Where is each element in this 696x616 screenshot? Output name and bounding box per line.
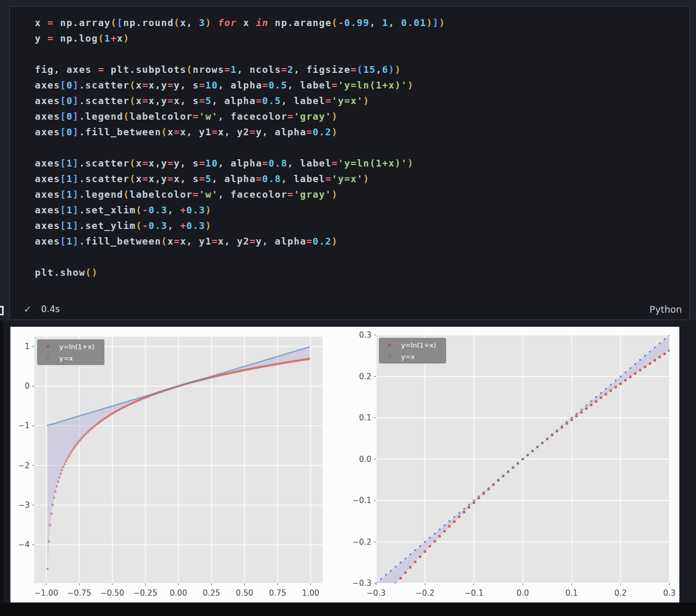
svg-text:0.0: 0.0 [517, 588, 529, 598]
code-line: axes[0].scatter(x=x,y=y, s=10, alpha=0.5… [35, 78, 689, 93]
svg-text:−0.1: −0.1 [353, 496, 371, 505]
matplotlib-figure: −1.00−0.75−0.50−0.250.000.250.500.751.00… [10, 327, 679, 602]
subplot-0: −1.00−0.75−0.50−0.250.000.250.500.751.00… [18, 337, 323, 598]
notebook-code-cell: x = np.array([np.round(x, 3) for x in np… [9, 6, 690, 320]
svg-text:y=ln(1+x): y=ln(1+x) [401, 341, 436, 349]
code-line [35, 46, 689, 62]
code-line: y = np.log(1+x) [35, 31, 689, 46]
cell-output-area: −1.00−0.75−0.50−0.250.000.250.500.751.00… [0, 320, 696, 616]
scatter-plots-svg: −1.00−0.75−0.50−0.250.000.250.500.751.00… [10, 327, 679, 602]
svg-text:0.3: 0.3 [359, 330, 371, 340]
svg-text:−0.3: −0.3 [353, 579, 371, 588]
svg-text:0.25: 0.25 [203, 588, 220, 598]
code-editor[interactable]: x = np.array([np.round(x, 3) for x in np… [10, 15, 689, 280]
cell-status-bar: ✓ 0.4s Python [10, 299, 689, 319]
svg-text:0.00: 0.00 [170, 588, 187, 598]
svg-text:0.0: 0.0 [359, 455, 371, 464]
svg-text:0.3: 0.3 [663, 588, 676, 598]
code-line [35, 140, 689, 156]
svg-text:0.2: 0.2 [359, 372, 371, 381]
svg-text:0.1: 0.1 [565, 588, 578, 598]
code-line: axes[0].fill_between(x=x, y1=x, y2=y, al… [35, 124, 689, 140]
svg-text:0.2: 0.2 [614, 588, 627, 598]
cell-gutter-fragment [0, 306, 4, 315]
execution-time: 0.4s [41, 304, 60, 314]
svg-text:−2: −2 [18, 461, 30, 470]
code-line [35, 249, 689, 265]
svg-text:−0.2: −0.2 [416, 588, 434, 598]
svg-text:y=x: y=x [401, 353, 415, 361]
svg-text:−1: −1 [18, 421, 30, 430]
code-line: axes[1].scatter(x=x,y=x, s=5, alpha=0.8,… [35, 171, 689, 187]
svg-text:1.00: 1.00 [302, 588, 319, 598]
code-line: axes[0].scatter(x=x,y=x, s=5, alpha=0.5,… [35, 93, 689, 109]
window-bottom-strip [0, 602, 696, 616]
svg-text:y=ln(1+x): y=ln(1+x) [59, 343, 94, 351]
svg-text:−0.75: −0.75 [67, 588, 91, 598]
code-line: plt.show() [35, 265, 689, 280]
svg-text:−4: −4 [18, 540, 30, 549]
svg-text:0.75: 0.75 [269, 588, 286, 598]
code-line: axes[1].set_xlim(-0.3, +0.3) [35, 202, 689, 218]
svg-text:0: 0 [24, 381, 30, 391]
svg-text:0.50: 0.50 [236, 588, 253, 598]
code-line: axes[0].legend(labelcolor='w', facecolor… [35, 109, 689, 124]
svg-text:0.1: 0.1 [359, 413, 371, 422]
svg-text:−1.00: −1.00 [34, 588, 58, 598]
notebook-page: x = np.array([np.round(x, 3) for x in np… [0, 0, 696, 616]
success-check-icon: ✓ [23, 303, 32, 315]
svg-text:1: 1 [24, 342, 30, 351]
code-line: axes[1].legend(labelcolor='w', facecolor… [35, 187, 689, 202]
svg-text:−0.50: −0.50 [100, 588, 124, 598]
svg-text:−3: −3 [18, 500, 30, 510]
code-line: axes[1].fill_between(x=x, y1=x, y2=y, al… [35, 234, 689, 249]
svg-text:−0.2: −0.2 [353, 537, 371, 547]
code-line: fig, axes = plt.subplots(nrows=1, ncols=… [35, 62, 689, 78]
svg-text:y=x: y=x [59, 354, 73, 362]
svg-text:−0.3: −0.3 [367, 588, 385, 598]
language-selector[interactable]: Python [650, 304, 682, 315]
code-line: x = np.array([np.round(x, 3) for x in np… [35, 15, 689, 31]
svg-text:−0.25: −0.25 [133, 588, 157, 598]
output-left-edge [0, 320, 3, 616]
code-line: axes[1].scatter(x=x,y=y, s=10, alpha=0.8… [35, 156, 689, 171]
code-line: axes[1].set_ylim(-0.3, +0.3) [35, 218, 689, 234]
svg-text:−0.1: −0.1 [465, 588, 483, 598]
